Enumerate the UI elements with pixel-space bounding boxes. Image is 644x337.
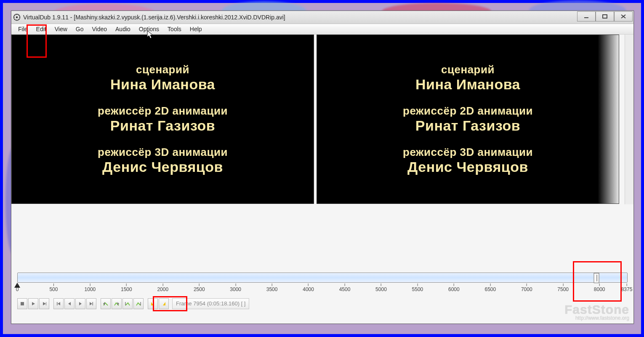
- credit-block: сценарийНина Иманова: [415, 63, 520, 93]
- client-area: сценарийНина Имановарежиссёр 2D анимации…: [11, 35, 633, 324]
- svg-line-8: [14, 19, 15, 20]
- menu-help[interactable]: Help: [186, 25, 206, 33]
- credit-role: режиссёр 2D анимации: [403, 104, 533, 118]
- svg-marker-21: [79, 302, 82, 305]
- timeline-tick: 3500: [266, 284, 278, 292]
- svg-rect-23: [93, 302, 93, 305]
- menu-tools[interactable]: Tools: [163, 25, 186, 33]
- menu-bar: File Edit View Go Video Audio Options To…: [11, 24, 633, 35]
- credit-role: сценарий: [415, 63, 520, 76]
- step-back-button[interactable]: [64, 298, 75, 309]
- timeline-tick: 4500: [339, 284, 351, 292]
- credit-name: Денис Червяцов: [98, 159, 228, 175]
- timeline-tick: 8000: [594, 284, 605, 292]
- timeline-tick: 2500: [194, 284, 205, 292]
- timeline-tick: 6500: [484, 284, 496, 292]
- svg-marker-22: [90, 302, 92, 305]
- menu-audio[interactable]: Audio: [111, 25, 135, 33]
- timeline-tick: 3000: [230, 284, 241, 292]
- virtualdub-window: VirtualDub 1.9.11 - [Mashiny.skazki.2.vy…: [11, 11, 634, 324]
- timeline-ruler: 0500100015002000250030003500400045005000…: [17, 284, 628, 295]
- timeline-tick-label: 5500: [412, 286, 423, 292]
- timeline-tick: 1500: [121, 284, 132, 292]
- next-keyframe-button[interactable]: [112, 298, 122, 309]
- credit-block: режиссёр 2D анимацииРинат Газизов: [98, 104, 228, 134]
- mark-out-button[interactable]: [159, 298, 169, 309]
- timeline-tick-label: 7000: [521, 286, 532, 292]
- vertical-scrollbar[interactable]: [625, 35, 633, 204]
- credit-role: сценарий: [110, 63, 215, 76]
- timeline-tick-label: 3000: [230, 286, 241, 292]
- svg-marker-20: [68, 302, 71, 305]
- timeline-tick: 7500: [557, 284, 569, 292]
- frame-readout: Frame 7954 (0:05:18.160) [ ]: [172, 298, 249, 309]
- timeline-tick-label: 6000: [448, 286, 460, 292]
- transport-toolbar: Frame 7954 (0:05:18.160) [ ]: [17, 297, 628, 310]
- timeline-tick: 6000: [448, 284, 460, 292]
- timeline-tick-label: 2500: [194, 286, 205, 292]
- timeline-tick-label: 1000: [85, 286, 96, 292]
- titlebar[interactable]: VirtualDub 1.9.11 - [Mashiny.skazki.2.vy…: [11, 11, 633, 24]
- play-input-button[interactable]: [28, 298, 38, 309]
- svg-line-6: [19, 19, 19, 20]
- prev-drop-button[interactable]: [122, 298, 133, 309]
- prev-keyframe-button[interactable]: [101, 298, 111, 309]
- input-video-pane[interactable]: сценарийНина Имановарежиссёр 2D анимации…: [11, 35, 314, 204]
- next-drop-button[interactable]: [133, 298, 144, 309]
- timeline-tick-label: 4000: [303, 286, 314, 292]
- timeline-tick-label: 8375: [621, 286, 633, 292]
- credit-name: Ринат Газизов: [98, 118, 228, 134]
- credit-name: Нина Иманова: [415, 76, 520, 93]
- svg-marker-16: [43, 302, 46, 305]
- credit-role: режиссёр 3D анимации: [98, 146, 228, 159]
- menu-go[interactable]: Go: [72, 25, 88, 33]
- menu-edit[interactable]: Edit: [32, 25, 51, 33]
- svg-marker-28: [151, 302, 154, 305]
- credit-name: Ринат Газизов: [403, 118, 533, 134]
- timeline-tick-label: 0: [16, 286, 19, 292]
- menu-view[interactable]: View: [51, 25, 72, 33]
- goto-end-button[interactable]: [86, 298, 96, 309]
- timeline-tick: 4000: [303, 284, 314, 292]
- timeline-tick-label: 8000: [594, 286, 605, 292]
- output-video-pane[interactable]: сценарийНина Имановарежиссёр 2D анимации…: [317, 35, 619, 204]
- timeline-tick-label: 5000: [375, 286, 387, 292]
- goto-start-button[interactable]: [53, 298, 64, 309]
- menu-file[interactable]: File: [14, 25, 32, 33]
- minimize-button[interactable]: [577, 11, 596, 21]
- menu-options[interactable]: Options: [135, 25, 163, 33]
- credit-block: режиссёр 3D анимацииДенис Червяцов: [98, 146, 228, 175]
- timeline-track[interactable]: [17, 273, 628, 283]
- svg-line-5: [14, 15, 15, 16]
- timeline-tick-label: 500: [49, 286, 58, 292]
- timeline-tick: 5500: [412, 284, 423, 292]
- mark-in-button[interactable]: [148, 298, 158, 309]
- stop-button[interactable]: [17, 298, 27, 309]
- svg-rect-11: [603, 15, 607, 18]
- timeline-tick-label: 1500: [121, 286, 132, 292]
- timeline-tick-label: 6500: [484, 286, 496, 292]
- credit-name: Нина Иманова: [110, 76, 215, 93]
- svg-rect-14: [21, 302, 24, 305]
- timeline: 0500100015002000250030003500400045005000…: [17, 273, 628, 295]
- timeline-position-handle[interactable]: [594, 273, 599, 283]
- svg-rect-18: [57, 302, 58, 305]
- svg-marker-29: [163, 302, 165, 305]
- credit-block: режиссёр 3D анимацииДенис Червяцов: [403, 146, 533, 175]
- credit-name: Денис Червяцов: [403, 159, 533, 175]
- watermark-url: http://www.faststone.org: [564, 315, 629, 321]
- app-icon: [13, 13, 21, 21]
- step-forward-button[interactable]: [75, 298, 85, 309]
- close-button[interactable]: [614, 11, 633, 21]
- timeline-tick: 500: [49, 284, 58, 292]
- maximize-button[interactable]: [596, 11, 614, 21]
- svg-line-7: [19, 15, 19, 16]
- timeline-tick-label: 3500: [266, 286, 278, 292]
- menu-video[interactable]: Video: [88, 25, 111, 33]
- credit-block: сценарийНина Иманова: [110, 63, 215, 93]
- timeline-tick: 8375: [621, 284, 633, 292]
- svg-marker-19: [58, 302, 60, 305]
- credit-block: режиссёр 2D анимацииРинат Газизов: [403, 104, 533, 134]
- play-output-button[interactable]: [39, 298, 49, 309]
- svg-rect-17: [46, 302, 46, 305]
